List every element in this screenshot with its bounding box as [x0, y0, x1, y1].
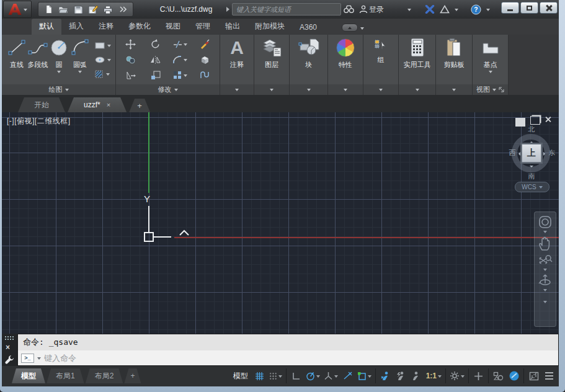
- properties-panel-expand[interactable]: [328, 84, 363, 95]
- layers-panel-expand[interactable]: [254, 84, 289, 95]
- annotation-scale-button[interactable]: [409, 368, 424, 384]
- arc-button[interactable]: 圆弧: [69, 35, 91, 84]
- tab-addins[interactable]: 附加模块: [247, 19, 292, 35]
- stretch-button[interactable]: [126, 71, 136, 80]
- tab-annotate[interactable]: 注释: [91, 19, 121, 35]
- drawing-restore-button[interactable]: [530, 116, 540, 125]
- object-snap-tracking-toggle[interactable]: [340, 368, 355, 384]
- match-properties-button[interactable]: [200, 39, 210, 49]
- close-button[interactable]: [540, 2, 558, 14]
- model-space-indicator[interactable]: 模型: [230, 371, 251, 381]
- maximize-button[interactable]: [520, 2, 538, 14]
- drawing-canvas[interactable]: [-][俯视][二维线框] Y 北 南 西 东 上 WCS: [2, 112, 559, 334]
- tab-a360[interactable]: A360: [292, 20, 324, 35]
- view-panel-title[interactable]: 视图: [473, 84, 508, 95]
- utilities-panel-expand[interactable]: [399, 84, 435, 95]
- search-button[interactable]: [341, 2, 357, 16]
- scale-caret[interactable]: [438, 375, 442, 380]
- help-button[interactable]: ?: [468, 2, 484, 16]
- new-drawing-tab-button[interactable]: +: [129, 99, 150, 112]
- circle-button[interactable]: 圆: [48, 35, 69, 84]
- tab-output[interactable]: 输出: [218, 19, 247, 35]
- base-point-button[interactable]: 基点: [480, 35, 501, 84]
- a360-caret[interactable]: [452, 2, 461, 16]
- modify-panel-title[interactable]: 修改: [116, 84, 220, 95]
- panel-launcher-icon[interactable]: [499, 87, 504, 92]
- wcs-menu-button[interactable]: WCS: [515, 182, 549, 192]
- isolate-objects-button[interactable]: [491, 368, 505, 384]
- snap-mode-toggle[interactable]: [268, 368, 283, 384]
- search-expand-icon[interactable]: [226, 7, 232, 12]
- copy-button[interactable]: [125, 55, 136, 65]
- snap-caret[interactable]: [278, 375, 282, 380]
- cube-arrow-down-icon[interactable]: [530, 166, 533, 169]
- workspace-switch-button[interactable]: [448, 368, 466, 384]
- annotation-button[interactable]: A 注释: [226, 35, 247, 84]
- ribbon-minimize-caret[interactable]: [360, 27, 364, 32]
- workspace-caret[interactable]: [461, 375, 465, 380]
- tab-parametric[interactable]: 参数化: [121, 19, 158, 35]
- object-snap-toggle[interactable]: [356, 368, 373, 384]
- arc-dropdown-caret[interactable]: [78, 71, 82, 75]
- trim-button[interactable]: [173, 40, 187, 48]
- open-file-button[interactable]: [57, 3, 69, 16]
- customize-wrench-icon[interactable]: [4, 354, 15, 365]
- command-prompt-icon[interactable]: >_: [21, 354, 34, 363]
- view-cube-north[interactable]: 北: [525, 125, 538, 134]
- plot-button[interactable]: [102, 3, 114, 16]
- offset-button[interactable]: [200, 71, 210, 79]
- isodraft-toggle[interactable]: [323, 368, 339, 384]
- sign-in-caret[interactable]: [405, 2, 414, 16]
- command-close-button[interactable]: ×: [6, 343, 10, 352]
- search-input[interactable]: [232, 3, 341, 16]
- command-options-caret[interactable]: [37, 357, 41, 362]
- groups-panel-expand[interactable]: [363, 84, 398, 95]
- block-button[interactable]: 块: [298, 35, 320, 84]
- orbit-button[interactable]: [536, 273, 554, 292]
- tab-home[interactable]: 默认: [32, 19, 61, 35]
- viewport-controls-label[interactable]: [-][俯视][二维线框]: [7, 116, 71, 127]
- array-caret[interactable]: [184, 74, 187, 79]
- group-button[interactable]: 组: [370, 35, 391, 84]
- properties-button[interactable]: 特性: [335, 35, 356, 84]
- qat-more-button[interactable]: [117, 3, 129, 16]
- exchange-apps-button[interactable]: [422, 2, 437, 16]
- base-point-caret[interactable]: [489, 71, 492, 75]
- cube-arrow-up-icon[interactable]: [530, 140, 533, 143]
- add-layout-button[interactable]: +: [124, 368, 141, 383]
- fillet-caret[interactable]: [184, 59, 187, 63]
- mirror-button[interactable]: [150, 55, 161, 65]
- command-drag-handle[interactable]: [4, 336, 15, 341]
- utilities-button[interactable]: 实用工具: [404, 35, 431, 84]
- move-button[interactable]: [125, 39, 136, 50]
- clean-screen-button[interactable]: [527, 368, 541, 384]
- polar-tracking-toggle[interactable]: [305, 368, 321, 384]
- steering-wheel-button[interactable]: [536, 215, 554, 234]
- circle-dropdown-caret[interactable]: [57, 71, 61, 75]
- polar-caret[interactable]: [316, 375, 320, 380]
- application-menu-button[interactable]: [3, 1, 32, 18]
- tab-view[interactable]: 视图: [158, 19, 188, 35]
- cube-arrow-left-icon[interactable]: [517, 152, 520, 156]
- annotation-autoscale-toggle[interactable]: [394, 368, 408, 384]
- view-cube-top-face[interactable]: 上: [522, 144, 541, 163]
- customization-button[interactable]: [542, 368, 556, 384]
- file-tab-close-icon[interactable]: ×: [107, 101, 110, 109]
- file-tab-start[interactable]: 开始: [18, 97, 65, 112]
- drawing-close-button[interactable]: [545, 116, 555, 125]
- annotation-panel-expand[interactable]: [220, 84, 254, 95]
- ortho-toggle[interactable]: [289, 368, 303, 384]
- trim-caret[interactable]: [184, 43, 187, 48]
- clipboard-button[interactable]: 剪贴板: [443, 35, 465, 84]
- minimize-button[interactable]: [501, 2, 519, 14]
- clipboard-panel-expand[interactable]: [436, 84, 472, 95]
- line-button[interactable]: 直线: [6, 35, 27, 84]
- ellipse-button[interactable]: [94, 53, 111, 66]
- command-input[interactable]: [44, 354, 558, 363]
- fillet-button[interactable]: [173, 56, 187, 64]
- cube-arrow-right-icon[interactable]: [543, 152, 547, 156]
- tab-insert[interactable]: 插入: [61, 19, 91, 35]
- hatch-button[interactable]: [94, 68, 111, 80]
- annotation-monitor-button[interactable]: [471, 368, 486, 384]
- rotate-button[interactable]: [150, 39, 161, 50]
